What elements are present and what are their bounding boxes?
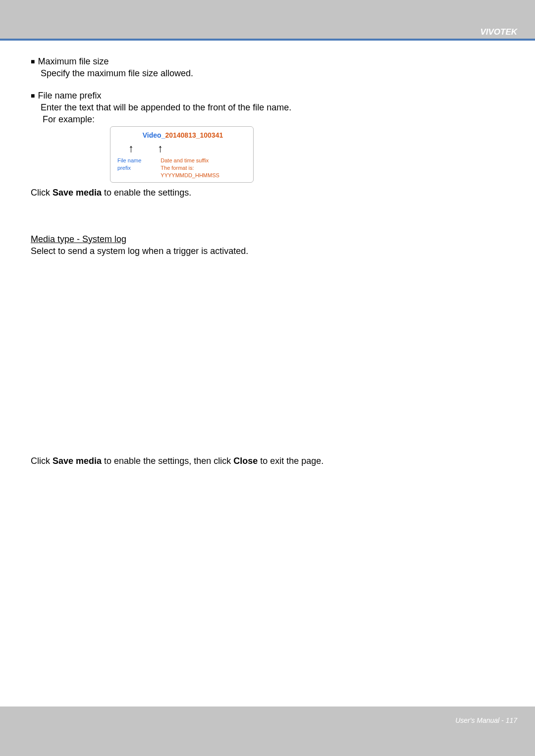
suffix-line1: Date and time suffix [160, 157, 248, 164]
bullet-title: File name prefix [38, 90, 101, 101]
label-file-name-prefix: File name prefix [117, 157, 154, 179]
arrows-row: ↑ ↑ [117, 141, 248, 156]
square-bullet-icon: ■ [31, 90, 35, 101]
bullet-file-name-prefix: ■ File name prefix [31, 90, 516, 101]
close-text: Close [233, 456, 258, 466]
brand-logo: VIVOTEK [480, 27, 517, 37]
up-arrow-icon: ↑ [128, 141, 134, 156]
media-type-heading: Media type - System log [31, 233, 516, 245]
filename-suffix-part: 20140813_100341 [165, 131, 223, 139]
footer-page-number: User's Manual - 117 [455, 716, 517, 724]
click-save-media-line: Click Save media to enable the settings. [31, 187, 516, 199]
text: to exit the page. [258, 456, 323, 466]
bullet-desc: Specify the maximum file size allowed. [41, 67, 516, 79]
page-container: VIVOTEK ■ Maximum file size Specify the … [0, 0, 535, 756]
media-type-desc: Select to send a system log when a trigg… [31, 245, 516, 257]
bullet-title: Maximum file size [38, 55, 108, 67]
label-date-time-suffix: Date and time suffix The format is: YYYY… [160, 157, 248, 179]
content-area: ■ Maximum file size Specify the maximum … [0, 41, 535, 467]
bullet-desc: Enter the text that will be appended to … [41, 101, 516, 113]
example-filename: Video_20140813_100341 [117, 131, 248, 140]
labels-row: File name prefix Date and time suffix Th… [117, 157, 248, 179]
text: to enable the settings, then click [102, 456, 233, 466]
footer-band: User's Manual - 117 [0, 706, 535, 756]
text: Click [31, 188, 53, 198]
filename-example-diagram: Video_20140813_100341 ↑ ↑ File name pref… [110, 126, 254, 182]
filename-prefix-part: Video_ [143, 131, 165, 139]
square-bullet-icon: ■ [31, 55, 35, 67]
save-media-text: Save media [53, 188, 102, 198]
up-arrow-icon: ↑ [158, 141, 163, 156]
suffix-line2: The format is: YYYYMMDD_HHMMSS [160, 164, 248, 179]
bullet-desc: For example: [43, 113, 516, 125]
header-band: VIVOTEK [0, 0, 535, 39]
text: Click [31, 456, 53, 466]
text: to enable the settings. [102, 188, 191, 198]
save-media-text: Save media [53, 456, 102, 466]
click-save-close-line: Click Save media to enable the settings,… [31, 455, 516, 467]
bullet-max-file-size: ■ Maximum file size [31, 55, 516, 67]
